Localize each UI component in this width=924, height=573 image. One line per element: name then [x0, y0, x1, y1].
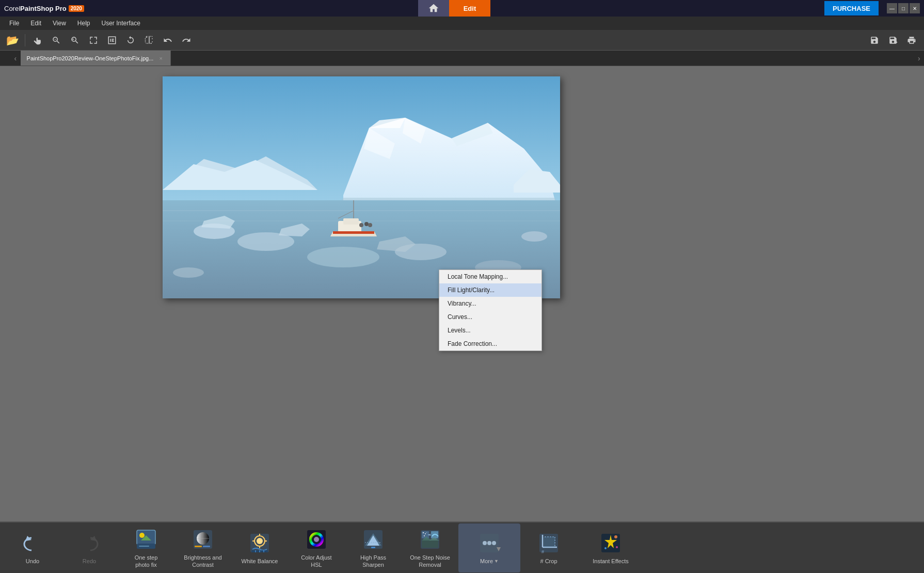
- svg-rect-43: [195, 546, 202, 547]
- title-center: Edit: [84, 0, 824, 17]
- print-button[interactable]: [903, 32, 920, 49]
- one-step-noise-removal-icon: [418, 527, 442, 552]
- brand-name: CorelPaintShop Pro: [4, 5, 67, 12]
- svg-rect-69: [424, 535, 425, 536]
- dropdown-item-vibrancy[interactable]: Vibrancy...: [439, 297, 541, 310]
- dropdown-item-levels[interactable]: Levels...: [439, 324, 541, 337]
- toolbar-right: [866, 32, 920, 49]
- menu-view[interactable]: View: [47, 18, 71, 28]
- title-right: PURCHASE — □ ✕: [824, 1, 920, 15]
- purchase-button[interactable]: PURCHASE: [824, 1, 879, 15]
- fit-window-button[interactable]: [85, 32, 102, 49]
- toolbar: 📂: [0, 30, 924, 51]
- svg-rect-76: [422, 540, 438, 548]
- svg-rect-64: [371, 547, 375, 548]
- color-adjust-hsl-tool[interactable]: Color AdjustHSL: [288, 523, 345, 572]
- svg-point-90: [614, 535, 617, 538]
- open-folder-button[interactable]: 📂: [4, 32, 21, 49]
- high-pass-sharpen-label: High PassSharpen: [360, 554, 386, 569]
- bottom-toolbar: Undo Redo One stepphoto fix: [0, 521, 924, 573]
- more-dropdown-arrow: ▼: [494, 559, 499, 564]
- svg-point-59: [314, 537, 319, 542]
- title-bar: CorelPaintShop Pro 2020 Edit PURCHASE — …: [0, 0, 924, 17]
- save-as-button[interactable]: [885, 32, 901, 49]
- svg-rect-86: [544, 537, 555, 547]
- svg-point-79: [487, 541, 491, 545]
- svg-point-16: [521, 231, 547, 242]
- svg-rect-28: [333, 231, 374, 234]
- photo-svg: [163, 76, 560, 298]
- svg-text:#: #: [541, 549, 544, 554]
- dropdown-item-fill-light[interactable]: Fill Light/Clarity...: [439, 283, 541, 297]
- save-button[interactable]: [866, 32, 883, 49]
- redo-label: Redo: [83, 558, 96, 565]
- photo-container: [163, 76, 560, 298]
- tab-arrow-left[interactable]: ‹: [10, 51, 21, 66]
- crop-tool[interactable]: # # Crop: [520, 523, 577, 572]
- close-button[interactable]: ✕: [910, 3, 920, 13]
- instant-effects-tool[interactable]: Instant Effects: [577, 523, 644, 572]
- zoom-out-button[interactable]: [48, 32, 65, 49]
- undo-tool[interactable]: Undo: [4, 523, 61, 572]
- mirror-button[interactable]: [141, 32, 157, 49]
- one-step-noise-removal-tool[interactable]: One Step NoiseRemoval: [402, 523, 458, 572]
- menu-help[interactable]: Help: [72, 18, 95, 28]
- folder-icon: 📂: [6, 34, 19, 46]
- actual-size-button[interactable]: [104, 32, 120, 49]
- crop-icon: #: [536, 531, 561, 555]
- dropdown-item-curves[interactable]: Curves...: [439, 310, 541, 324]
- dropdown-item-fade-correction[interactable]: Fade Correction...: [439, 337, 541, 351]
- tab-bar: ‹ PaintShopPro2020Review-OneStepPhotoFix…: [0, 51, 924, 66]
- tab-bar-wrapper: PaintShopPro2020Review-OneStepPhotoFix.j…: [21, 51, 914, 66]
- version-badge: 2020: [69, 5, 84, 12]
- more-button[interactable]: More ▼: [458, 523, 520, 572]
- svg-rect-22: [343, 218, 359, 225]
- one-step-photo-fix-tool[interactable]: One stepphoto fix: [118, 523, 174, 572]
- redo-toolbar-button[interactable]: [178, 32, 195, 49]
- more-label: More: [480, 558, 493, 564]
- crop-label: # Crop: [540, 558, 557, 565]
- high-pass-sharpen-tool[interactable]: High PassSharpen: [345, 523, 402, 572]
- tab-filename: PaintShopPro2020Review-OneStepPhotoFix.j…: [27, 55, 154, 61]
- svg-point-27: [368, 223, 372, 227]
- instant-effects-label: Instant Effects: [593, 558, 629, 565]
- undo-label: Undo: [26, 558, 39, 565]
- svg-rect-68: [425, 533, 426, 534]
- zoom-in-button[interactable]: [67, 32, 83, 49]
- window-controls: — □ ✕: [887, 3, 920, 13]
- maximize-button[interactable]: □: [898, 3, 909, 13]
- undo-icon: [20, 531, 45, 555]
- tab-close-button[interactable]: ×: [157, 54, 164, 62]
- svg-point-37: [139, 533, 145, 538]
- minimize-button[interactable]: —: [887, 3, 897, 13]
- brightness-contrast-tool[interactable]: Brightness andContrast: [174, 523, 231, 572]
- svg-point-91: [604, 547, 607, 549]
- edit-button[interactable]: Edit: [449, 0, 490, 17]
- svg-point-92: [616, 546, 618, 548]
- white-balance-tool[interactable]: White Balance: [231, 523, 288, 572]
- svg-point-78: [483, 541, 487, 545]
- pan-tool-button[interactable]: [29, 32, 46, 49]
- svg-point-47: [257, 538, 263, 544]
- canvas-area: Local Tone Mapping... Fill Light/Clarity…: [0, 66, 924, 521]
- menu-user-interface[interactable]: User Interface: [97, 18, 146, 28]
- svg-rect-44: [203, 546, 210, 547]
- svg-rect-40: [139, 546, 149, 547]
- svg-point-26: [364, 222, 369, 226]
- rotate-button[interactable]: [122, 32, 139, 49]
- color-adjust-hsl-label: Color AdjustHSL: [301, 554, 331, 569]
- active-tab[interactable]: PaintShopPro2020Review-OneStepPhotoFix.j…: [21, 51, 171, 66]
- dropdown-item-local-tone-mapping[interactable]: Local Tone Mapping...: [439, 270, 541, 283]
- redo-icon: [77, 531, 102, 555]
- toolbar-separator-1: [25, 34, 25, 46]
- app-logo: CorelPaintShop Pro 2020: [4, 5, 84, 12]
- menu-file[interactable]: File: [4, 18, 24, 28]
- redo-tool[interactable]: Redo: [61, 523, 118, 572]
- tab-arrow-right[interactable]: ›: [914, 51, 924, 66]
- brightness-contrast-label: Brightness andContrast: [184, 554, 221, 569]
- color-adjust-hsl-icon: [304, 527, 329, 552]
- home-button[interactable]: [418, 0, 449, 17]
- more-icon: [478, 532, 501, 556]
- menu-edit[interactable]: Edit: [25, 18, 46, 28]
- undo-toolbar-button[interactable]: [160, 32, 176, 49]
